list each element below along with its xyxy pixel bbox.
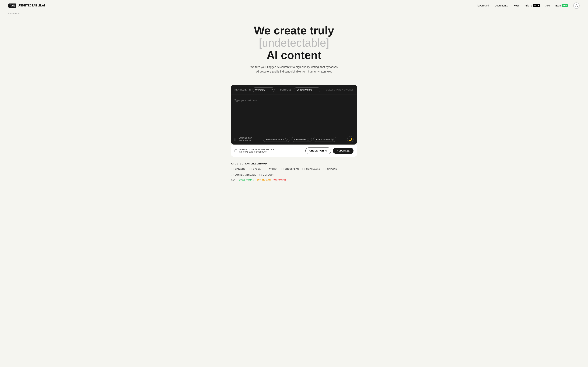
terms-checkbox[interactable] bbox=[234, 150, 237, 152]
mode-balanced[interactable]: BALANCED i bbox=[292, 137, 312, 142]
key-50-human: 50% HUMAN bbox=[257, 179, 271, 181]
nav-api[interactable]: API bbox=[545, 4, 550, 7]
detector-zerogpt: ZEROGPT bbox=[259, 174, 274, 176]
key-row: KEY: 100% HUMAN 50% HUMAN 0% HUMAN bbox=[231, 179, 357, 181]
nav-links: Playground Documents Help Pricing SALE A… bbox=[476, 2, 579, 9]
mode-more-human[interactable]: MORE HUMAN i bbox=[313, 137, 337, 142]
detector-circle-gptzero bbox=[231, 168, 233, 170]
waiting-text: WAITING FOR YOUR INPUT bbox=[239, 137, 252, 142]
detector-circle-copyleaks bbox=[303, 168, 305, 170]
detector-circle-crossplag bbox=[281, 168, 284, 170]
key-label: KEY: bbox=[231, 179, 236, 181]
logo-name: UNDETECTABLE.AI bbox=[18, 4, 45, 7]
logo-bracket: [ud] bbox=[9, 3, 16, 8]
balanced-info-icon[interactable]: i bbox=[307, 138, 309, 141]
user-avatar[interactable] bbox=[573, 2, 579, 9]
detection-section: AI DETECTION LIKELIHOOD GPTZERO OPENAI W… bbox=[227, 162, 361, 189]
more-readable-info-icon[interactable]: i bbox=[285, 138, 287, 141]
detector-sapling: SAPLING bbox=[324, 168, 337, 170]
detection-title: AI DETECTION LIKELIHOOD bbox=[231, 162, 357, 165]
action-buttons: CHECK FOR AI HUMANIZE bbox=[305, 148, 354, 154]
terms-section: I AGREE TO THE TERMS OF SERVICE (NO ACAD… bbox=[234, 148, 274, 153]
navbar: [ud] UNDETECTABLE.AI Playground Document… bbox=[0, 0, 588, 11]
mode-more-readable[interactable]: MORE READABLE i bbox=[263, 137, 290, 142]
hero-line2: [undetectable] bbox=[3, 37, 585, 49]
pricing-sale-badge: SALE bbox=[533, 4, 540, 7]
version-label: v.2023.08.19 bbox=[0, 11, 588, 16]
chars-count: 0/15000 CHARS = 0 WORDS bbox=[326, 89, 354, 91]
more-human-info-icon[interactable]: i bbox=[331, 138, 334, 141]
detector-circle-contentatscale bbox=[231, 174, 233, 176]
dots-icon bbox=[234, 138, 237, 141]
nav-pricing[interactable]: Pricing SALE bbox=[525, 4, 540, 7]
nav-documents[interactable]: Documents bbox=[494, 4, 508, 7]
terms-text: I AGREE TO THE TERMS OF SERVICE (NO ACAD… bbox=[239, 148, 274, 153]
key-100-human: 100% HUMAN bbox=[239, 179, 254, 181]
humanize-button[interactable]: HUMANIZE bbox=[333, 148, 354, 154]
logo[interactable]: [ud] UNDETECTABLE.AI bbox=[9, 3, 45, 8]
text-input[interactable] bbox=[231, 95, 357, 133]
editor-card-wrapper: READABILITY: University High School Midd… bbox=[227, 85, 361, 157]
purpose-label: PURPOSE: bbox=[280, 89, 293, 91]
purpose-group: PURPOSE: General Writing Essay Article M… bbox=[280, 87, 320, 92]
detector-crossplag: CROSSPLAG bbox=[281, 168, 299, 170]
detector-openai: OPENAI bbox=[249, 168, 261, 170]
purpose-select[interactable]: General Writing Essay Article Marketing … bbox=[294, 87, 320, 92]
dark-mode-toggle[interactable]: 🌙 bbox=[347, 136, 354, 142]
detector-gptzero: GPTZERO bbox=[231, 168, 245, 170]
editor-top-bar: READABILITY: University High School Midd… bbox=[231, 85, 357, 95]
check-for-ai-button[interactable]: CHECK FOR AI bbox=[305, 148, 331, 154]
detectors-row: GPTZERO OPENAI WRITER CROSSPLAG COPYLEAK… bbox=[231, 168, 357, 176]
hero-section: We create truly [undetectable] AI conten… bbox=[0, 16, 588, 79]
editor-card: READABILITY: University High School Midd… bbox=[231, 85, 357, 144]
nav-earn[interactable]: Earn NEW bbox=[555, 4, 568, 7]
nav-playground[interactable]: Playground bbox=[476, 4, 489, 7]
hero-line1: We create truly bbox=[3, 25, 585, 37]
earn-new-badge: NEW bbox=[562, 4, 568, 7]
readability-label: READABILITY: bbox=[234, 89, 251, 91]
readability-group: READABILITY: University High School Midd… bbox=[234, 87, 275, 92]
editor-bottom-bar: WAITING FOR YOUR INPUT MORE READABLE i B… bbox=[231, 134, 357, 144]
mode-buttons: MORE READABLE i BALANCED i MORE HUMAN i bbox=[263, 137, 336, 142]
detector-writer: WRITER bbox=[265, 168, 277, 170]
readability-select[interactable]: University High School Middle School PhD… bbox=[252, 87, 275, 92]
card-footer: I AGREE TO THE TERMS OF SERVICE (NO ACAD… bbox=[231, 144, 357, 157]
detector-circle-openai bbox=[249, 168, 251, 170]
svg-point-0 bbox=[576, 4, 577, 6]
detector-circle-writer bbox=[265, 168, 268, 170]
detector-contentatscale: CONTENTATSCALE bbox=[231, 174, 256, 176]
detector-circle-sapling bbox=[324, 168, 326, 170]
hero-line3: AI content bbox=[3, 49, 585, 61]
waiting-section: WAITING FOR YOUR INPUT bbox=[234, 137, 252, 142]
detector-copyleaks: COPYLEAKS bbox=[303, 168, 320, 170]
hero-subtitle: We turn your flagged AI content into hig… bbox=[3, 65, 585, 74]
detector-circle-zerogpt bbox=[259, 174, 262, 176]
nav-help[interactable]: Help bbox=[513, 4, 519, 7]
key-0-human: 0% HUMAN bbox=[274, 179, 286, 181]
